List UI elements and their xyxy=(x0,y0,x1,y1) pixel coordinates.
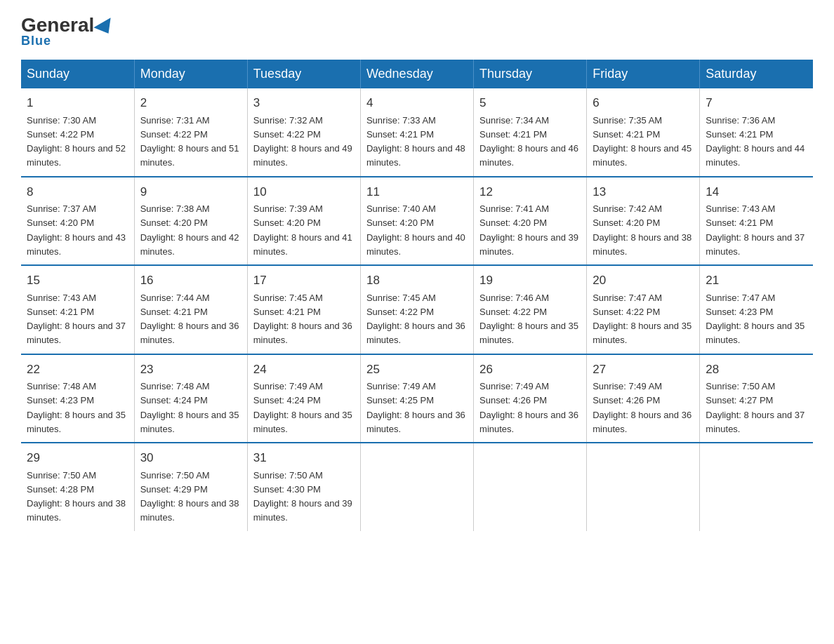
day-info: Sunrise: 7:45 AMSunset: 4:21 PMDaylight:… xyxy=(253,293,352,346)
day-info: Sunrise: 7:50 AMSunset: 4:27 PMDaylight:… xyxy=(706,381,805,434)
calendar-cell: 13Sunrise: 7:42 AMSunset: 4:20 PMDayligh… xyxy=(587,177,700,266)
calendar-cell: 12Sunrise: 7:41 AMSunset: 4:20 PMDayligh… xyxy=(474,177,587,266)
calendar-cell: 5Sunrise: 7:34 AMSunset: 4:21 PMDaylight… xyxy=(474,88,587,177)
calendar-table: SundayMondayTuesdayWednesdayThursdayFrid… xyxy=(21,60,813,531)
day-info: Sunrise: 7:49 AMSunset: 4:26 PMDaylight:… xyxy=(593,381,691,434)
calendar-cell: 31Sunrise: 7:50 AMSunset: 4:30 PMDayligh… xyxy=(247,443,360,531)
calendar-cell: 2Sunrise: 7:31 AMSunset: 4:22 PMDaylight… xyxy=(134,88,247,177)
calendar-cell: 10Sunrise: 7:39 AMSunset: 4:20 PMDayligh… xyxy=(247,177,360,266)
day-number: 7 xyxy=(706,94,807,112)
calendar-cell: 3Sunrise: 7:32 AMSunset: 4:22 PMDaylight… xyxy=(247,88,360,177)
day-number: 29 xyxy=(27,449,128,467)
calendar-cell: 14Sunrise: 7:43 AMSunset: 4:21 PMDayligh… xyxy=(700,177,813,266)
page-header: General Blue xyxy=(21,14,813,48)
day-info: Sunrise: 7:41 AMSunset: 4:20 PMDaylight:… xyxy=(479,203,578,257)
calendar-cell xyxy=(587,443,700,531)
day-info: Sunrise: 7:31 AMSunset: 4:22 PMDaylight:… xyxy=(140,115,239,168)
day-number: 2 xyxy=(140,94,241,112)
logo: General Blue xyxy=(21,14,117,48)
day-info: Sunrise: 7:48 AMSunset: 4:24 PMDaylight:… xyxy=(140,381,239,434)
day-info: Sunrise: 7:47 AMSunset: 4:22 PMDaylight:… xyxy=(593,293,691,346)
weekday-header-thursday: Thursday xyxy=(474,60,587,88)
calendar-cell: 1Sunrise: 7:30 AMSunset: 4:22 PMDaylight… xyxy=(21,88,134,177)
day-info: Sunrise: 7:48 AMSunset: 4:23 PMDaylight:… xyxy=(27,381,126,434)
calendar-cell: 29Sunrise: 7:50 AMSunset: 4:28 PMDayligh… xyxy=(21,443,134,531)
day-info: Sunrise: 7:38 AMSunset: 4:20 PMDaylight:… xyxy=(140,203,239,257)
day-info: Sunrise: 7:42 AMSunset: 4:20 PMDaylight:… xyxy=(593,203,691,257)
day-number: 15 xyxy=(27,271,128,290)
week-row-1: 1Sunrise: 7:30 AMSunset: 4:22 PMDaylight… xyxy=(21,88,813,177)
day-info: Sunrise: 7:30 AMSunset: 4:22 PMDaylight:… xyxy=(27,115,126,168)
calendar-cell: 27Sunrise: 7:49 AMSunset: 4:26 PMDayligh… xyxy=(587,354,700,443)
day-number: 18 xyxy=(366,271,468,290)
day-number: 14 xyxy=(706,183,807,201)
calendar-cell: 11Sunrise: 7:40 AMSunset: 4:20 PMDayligh… xyxy=(360,177,473,266)
day-info: Sunrise: 7:45 AMSunset: 4:22 PMDaylight:… xyxy=(366,293,465,346)
day-info: Sunrise: 7:50 AMSunset: 4:29 PMDaylight:… xyxy=(140,470,239,523)
weekday-header-wednesday: Wednesday xyxy=(360,60,473,88)
day-number: 23 xyxy=(140,361,241,379)
week-row-5: 29Sunrise: 7:50 AMSunset: 4:28 PMDayligh… xyxy=(21,443,813,531)
day-info: Sunrise: 7:50 AMSunset: 4:30 PMDaylight:… xyxy=(253,470,352,523)
day-number: 1 xyxy=(27,94,128,112)
day-number: 13 xyxy=(593,183,694,201)
day-info: Sunrise: 7:44 AMSunset: 4:21 PMDaylight:… xyxy=(140,293,239,346)
logo-blue-text: Blue xyxy=(21,34,51,48)
day-info: Sunrise: 7:50 AMSunset: 4:28 PMDaylight:… xyxy=(27,470,126,523)
day-number: 25 xyxy=(366,361,468,379)
day-number: 8 xyxy=(27,183,128,201)
weekday-header-friday: Friday xyxy=(587,60,700,88)
calendar-cell: 30Sunrise: 7:50 AMSunset: 4:29 PMDayligh… xyxy=(134,443,247,531)
calendar-cell: 26Sunrise: 7:49 AMSunset: 4:26 PMDayligh… xyxy=(474,354,587,443)
day-info: Sunrise: 7:40 AMSunset: 4:20 PMDaylight:… xyxy=(366,203,465,257)
logo-arrow-icon xyxy=(94,18,117,39)
day-info: Sunrise: 7:36 AMSunset: 4:21 PMDaylight:… xyxy=(706,115,805,168)
day-info: Sunrise: 7:49 AMSunset: 4:24 PMDaylight:… xyxy=(253,381,352,434)
day-info: Sunrise: 7:35 AMSunset: 4:21 PMDaylight:… xyxy=(593,115,691,168)
week-row-2: 8Sunrise: 7:37 AMSunset: 4:20 PMDaylight… xyxy=(21,177,813,266)
day-info: Sunrise: 7:37 AMSunset: 4:20 PMDaylight:… xyxy=(27,203,126,257)
calendar-cell: 4Sunrise: 7:33 AMSunset: 4:21 PMDaylight… xyxy=(360,88,473,177)
calendar-cell: 6Sunrise: 7:35 AMSunset: 4:21 PMDaylight… xyxy=(587,88,700,177)
day-info: Sunrise: 7:46 AMSunset: 4:22 PMDaylight:… xyxy=(479,293,578,346)
day-info: Sunrise: 7:43 AMSunset: 4:21 PMDaylight:… xyxy=(706,203,805,257)
day-number: 6 xyxy=(593,94,694,112)
weekday-header-tuesday: Tuesday xyxy=(247,60,360,88)
weekday-header-row: SundayMondayTuesdayWednesdayThursdayFrid… xyxy=(21,60,813,88)
weekday-header-saturday: Saturday xyxy=(700,60,813,88)
calendar-cell: 17Sunrise: 7:45 AMSunset: 4:21 PMDayligh… xyxy=(247,265,360,354)
calendar-cell: 15Sunrise: 7:43 AMSunset: 4:21 PMDayligh… xyxy=(21,265,134,354)
day-number: 20 xyxy=(593,271,694,290)
day-info: Sunrise: 7:39 AMSunset: 4:20 PMDaylight:… xyxy=(253,203,352,257)
day-info: Sunrise: 7:32 AMSunset: 4:22 PMDaylight:… xyxy=(253,115,352,168)
day-number: 5 xyxy=(479,94,581,112)
calendar-cell: 28Sunrise: 7:50 AMSunset: 4:27 PMDayligh… xyxy=(700,354,813,443)
calendar-cell: 25Sunrise: 7:49 AMSunset: 4:25 PMDayligh… xyxy=(360,354,473,443)
day-number: 31 xyxy=(253,449,355,467)
day-number: 12 xyxy=(479,183,581,201)
day-number: 30 xyxy=(140,449,241,467)
day-number: 28 xyxy=(706,361,807,379)
day-number: 11 xyxy=(366,183,468,201)
day-number: 4 xyxy=(366,94,468,112)
weekday-header-monday: Monday xyxy=(134,60,247,88)
week-row-3: 15Sunrise: 7:43 AMSunset: 4:21 PMDayligh… xyxy=(21,265,813,354)
calendar-cell: 19Sunrise: 7:46 AMSunset: 4:22 PMDayligh… xyxy=(474,265,587,354)
day-number: 16 xyxy=(140,271,241,290)
day-number: 19 xyxy=(479,271,581,290)
calendar-cell: 22Sunrise: 7:48 AMSunset: 4:23 PMDayligh… xyxy=(21,354,134,443)
calendar-cell xyxy=(700,443,813,531)
day-number: 26 xyxy=(479,361,581,379)
day-number: 22 xyxy=(27,361,128,379)
day-info: Sunrise: 7:34 AMSunset: 4:21 PMDaylight:… xyxy=(479,115,578,168)
day-number: 3 xyxy=(253,94,355,112)
calendar-cell xyxy=(474,443,587,531)
day-info: Sunrise: 7:43 AMSunset: 4:21 PMDaylight:… xyxy=(27,293,126,346)
day-number: 21 xyxy=(706,271,807,290)
calendar-cell: 8Sunrise: 7:37 AMSunset: 4:20 PMDaylight… xyxy=(21,177,134,266)
week-row-4: 22Sunrise: 7:48 AMSunset: 4:23 PMDayligh… xyxy=(21,354,813,443)
day-info: Sunrise: 7:33 AMSunset: 4:21 PMDaylight:… xyxy=(366,115,465,168)
weekday-header-sunday: Sunday xyxy=(21,60,134,88)
day-info: Sunrise: 7:47 AMSunset: 4:23 PMDaylight:… xyxy=(706,293,805,346)
day-info: Sunrise: 7:49 AMSunset: 4:25 PMDaylight:… xyxy=(366,381,465,434)
